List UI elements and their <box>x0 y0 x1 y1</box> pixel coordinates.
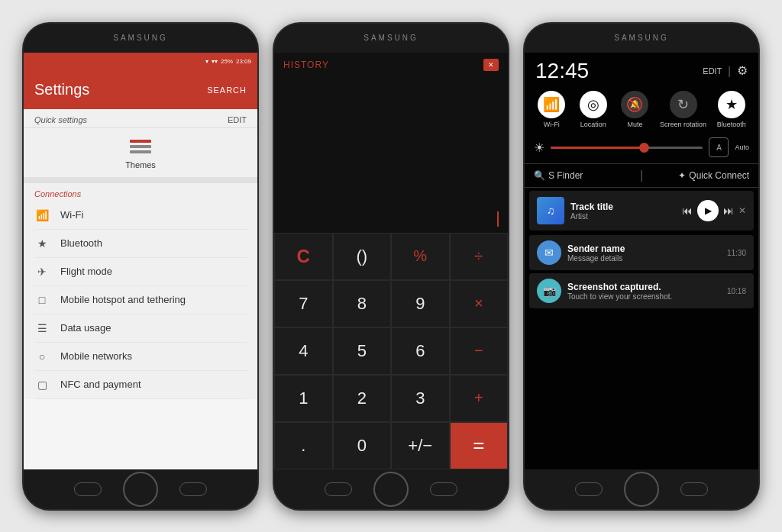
gear-icon[interactable]: ⚙ <box>737 63 748 78</box>
notif-time-bar: 12:45 EDIT | ⚙ <box>525 53 758 86</box>
media-card[interactable]: ♫ Track title Artist ⏮ ▶ ⏭ ✕ <box>529 191 754 231</box>
calc-btn-percent[interactable]: % <box>391 233 450 280</box>
screenshot-content: Screenshot captured. Touch to view your … <box>567 282 721 301</box>
nfc-icon: ▢ <box>34 379 50 391</box>
toggle-wifi-label: Wi-Fi <box>544 121 560 129</box>
close-media-button[interactable]: ✕ <box>738 205 746 216</box>
data-icon: ☰ <box>34 322 50 334</box>
history-clear-button[interactable]: ✕ <box>483 59 499 71</box>
back-button-1[interactable] <box>74 482 102 496</box>
calc-btn-2[interactable]: 2 <box>333 375 392 422</box>
flight-icon: ✈ <box>34 266 50 278</box>
recents-button-2[interactable] <box>430 482 457 496</box>
toggle-rotation[interactable]: ↻ Screen rotation <box>660 91 706 129</box>
screenshot-icon: 📷 <box>537 279 561 303</box>
toggle-rotation-icon: ↻ <box>670 91 697 118</box>
play-button[interactable]: ▶ <box>697 200 719 221</box>
settings-item-flight[interactable]: ✈ Flight mode <box>34 258 247 286</box>
calc-btn-equals[interactable]: = <box>450 422 509 469</box>
toggle-bluetooth-icon: ★ <box>718 91 745 118</box>
calc-btn-5[interactable]: 5 <box>333 327 392 375</box>
toggle-location-label: Location <box>580 121 606 129</box>
themes-section[interactable]: Themes <box>24 128 257 183</box>
calc-btn-8[interactable]: 8 <box>333 280 392 327</box>
settings-search-button[interactable]: SEARCH <box>207 85 247 95</box>
calc-buttons: C () % ÷ 7 8 9 × 4 5 6 − 1 2 3 + . <box>274 233 508 469</box>
settings-item-bluetooth-label: Bluetooth <box>60 237 102 249</box>
quick-connect-button[interactable]: ✦ Quick Connect <box>643 170 749 181</box>
calc-btn-0[interactable]: 0 <box>333 422 392 469</box>
next-button[interactable]: ⏭ <box>723 205 734 217</box>
calc-btn-divide[interactable]: ÷ <box>450 233 509 280</box>
calc-btn-7[interactable]: 7 <box>274 280 333 327</box>
home-button-1[interactable] <box>123 472 158 507</box>
notification-screen: 12:45 EDIT | ⚙ 📶 Wi-Fi ◎ Location � <box>525 53 758 469</box>
hotspot-icon: □ <box>34 294 50 306</box>
message-content: Sender name Message details <box>567 243 721 263</box>
message-details: Message details <box>567 254 721 263</box>
back-button-3[interactable] <box>575 482 603 496</box>
toggle-location-icon: ◎ <box>580 91 607 118</box>
calc-btn-multiply[interactable]: × <box>450 280 509 327</box>
phone-bottom-1 <box>24 469 257 509</box>
calc-btn-6[interactable]: 6 <box>391 327 450 375</box>
prev-button[interactable]: ⏮ <box>682 205 693 217</box>
recents-button-3[interactable] <box>680 482 708 496</box>
calc-cursor <box>497 211 499 227</box>
toggle-mute-icon: 🔕 <box>621 91 648 118</box>
samsung-label-2: SAMSUNG <box>364 34 418 42</box>
notif-controls: EDIT | ⚙ <box>703 63 748 78</box>
recents-button-1[interactable] <box>179 482 207 496</box>
settings-item-flight-label: Flight mode <box>60 266 112 277</box>
settings-item-data[interactable]: ☰ Data usage <box>34 314 247 343</box>
calc-btn-1[interactable]: 1 <box>274 375 333 422</box>
calc-btn-minus[interactable]: − <box>450 327 509 375</box>
phone-top-3: SAMSUNG <box>525 24 758 53</box>
message-icon: ✉ <box>537 240 561 265</box>
calc-btn-plus[interactable]: + <box>450 375 509 422</box>
quick-connect-icon: ✦ <box>678 170 686 181</box>
settings-item-networks[interactable]: ○ Mobile networks <box>34 343 247 371</box>
phone-top-1: SAMSUNG <box>24 24 257 53</box>
sfinder-row: 🔍 S Finder | ✦ Quick Connect <box>525 163 758 188</box>
back-button-2[interactable] <box>325 482 352 496</box>
screenshot-time: 10:18 <box>727 287 746 295</box>
home-button-2[interactable] <box>373 472 409 507</box>
calc-btn-c[interactable]: C <box>274 233 333 280</box>
screenshot-sub: Touch to view your screenshot. <box>567 292 721 301</box>
toggle-bluetooth[interactable]: ★ Bluetooth <box>715 91 748 129</box>
notif-screenshot[interactable]: 📷 Screenshot captured. Touch to view you… <box>529 273 754 308</box>
sfinder-button[interactable]: 🔍 S Finder <box>534 170 640 181</box>
settings-item-data-label: Data usage <box>60 322 111 334</box>
bluetooth-icon: ★ <box>34 237 50 250</box>
themes-icon <box>128 136 153 157</box>
screenshot-title: Screenshot captured. <box>567 282 721 292</box>
calc-btn-9[interactable]: 9 <box>391 280 450 327</box>
calc-btn-plusminus[interactable]: +/− <box>391 422 450 469</box>
settings-item-nfc[interactable]: ▢ NFC and payment <box>34 371 247 399</box>
toggle-location[interactable]: ◎ Location <box>577 91 610 129</box>
brightness-slider[interactable] <box>551 147 703 149</box>
calc-btn-4[interactable]: 4 <box>274 327 333 375</box>
calc-btn-dot[interactable]: . <box>274 422 333 469</box>
calc-body: HISTORY ✕ C () % ÷ 7 8 9 × 4 <box>274 53 508 469</box>
quick-settings-edit[interactable]: EDIT <box>228 115 247 124</box>
message-time: 11:30 <box>727 249 746 257</box>
toggle-wifi[interactable]: 📶 Wi-Fi <box>535 91 568 129</box>
battery-label: 25% <box>221 58 233 65</box>
notif-body: 12:45 EDIT | ⚙ 📶 Wi-Fi ◎ Location � <box>525 53 758 469</box>
home-button-3[interactable] <box>624 472 659 507</box>
settings-item-nfc-label: NFC and payment <box>60 379 141 390</box>
toggle-mute[interactable]: 🔕 Mute <box>618 91 651 129</box>
settings-item-wifi[interactable]: 📶 Wi-Fi <box>34 202 247 230</box>
edit-label[interactable]: EDIT <box>703 66 722 76</box>
auto-icon-label: A <box>716 143 722 152</box>
auto-brightness-button[interactable]: A <box>709 137 729 157</box>
settings-item-bluetooth[interactable]: ★ Bluetooth <box>34 230 247 258</box>
calc-btn-3[interactable]: 3 <box>391 375 450 422</box>
settings-item-hotspot[interactable]: □ Mobile hotspot and tethering <box>34 286 247 314</box>
calc-history-bar: HISTORY ✕ <box>274 53 508 77</box>
notif-message[interactable]: ✉ Sender name Message details 11:30 <box>529 235 754 270</box>
sfinder-label-text: S Finder <box>548 170 583 181</box>
calc-btn-paren[interactable]: () <box>333 233 392 280</box>
